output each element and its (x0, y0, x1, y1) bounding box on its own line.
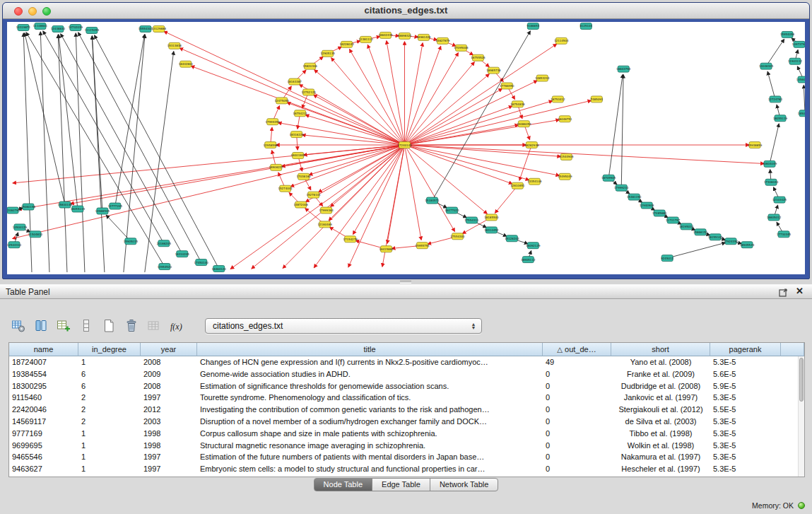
graph-node[interactable]: 16477023 (445, 207, 459, 214)
graph-node[interactable]: 7485093 (590, 96, 603, 103)
graph-node[interactable]: 12954520 (158, 264, 172, 270)
column-header-title[interactable]: title (197, 343, 543, 356)
graph-node[interactable]: 18945529 (740, 242, 755, 248)
table-cell[interactable]: 22420046 (9, 404, 78, 416)
table-cell[interactable]: 6 (78, 368, 141, 380)
graph-node[interactable]: 15313838 (167, 42, 182, 49)
table-cell[interactable]: 5.3E-5 (710, 451, 781, 463)
table-cell[interactable]: 9699695 (9, 440, 78, 452)
table-cell[interactable]: 0 (543, 428, 611, 440)
float-window-icon[interactable] (779, 288, 788, 297)
table-cell[interactable]: 1 (78, 440, 141, 452)
graph-node[interactable]: 15461190 (627, 194, 642, 200)
graph-node[interactable]: 10973791 (792, 41, 805, 47)
table-cell[interactable]: 1998 (141, 440, 197, 452)
table-cell[interactable]: Stergiakouli et al. (2012) (611, 404, 710, 416)
table-row[interactable]: 946554611997Estimation of the future num… (9, 451, 804, 463)
graph-node[interactable]: 12544310 (7, 242, 22, 248)
graph-node[interactable]: 13129886 (152, 25, 167, 32)
graph-node[interactable]: 16754838 (510, 101, 525, 107)
graph-node[interactable]: 11108601 (33, 23, 48, 29)
table-cell[interactable]: 1 (78, 451, 141, 463)
graph-node[interactable]: 12475055 (275, 98, 290, 104)
table-cell[interactable]: 5.3E-5 (710, 440, 781, 452)
table-cell[interactable]: 14569117 (9, 416, 78, 428)
graph-node[interactable]: 11544906 (559, 153, 574, 160)
graph-node[interactable]: 17036160 (297, 173, 312, 180)
graph-node[interactable]: 12958598 (264, 142, 278, 148)
graph-node[interactable]: 12160469 (317, 221, 332, 228)
column-header-name[interactable]: name (9, 343, 78, 356)
table-cell[interactable]: Hescheler et al. (1997) (611, 463, 710, 475)
graph-node[interactable]: 14560305 (796, 76, 805, 83)
table-cell[interactable]: 1 (78, 463, 141, 475)
minimize-window-button[interactable] (28, 7, 37, 16)
delete-table-icon[interactable] (123, 318, 140, 334)
table-cell[interactable]: Wolkin et al. (1998) (611, 440, 710, 452)
table-cell[interactable]: Tourette syndrome. Phenomenology and cla… (197, 392, 543, 404)
table-cell[interactable]: 5.3E-5 (710, 356, 781, 368)
graph-node[interactable]: 18753412 (551, 96, 565, 103)
graph-node[interactable]: 12610651 (510, 182, 525, 189)
graph-node[interactable]: 16464120 (212, 266, 227, 272)
graph-node[interactable]: 16415884 (379, 246, 394, 252)
table-cell[interactable]: Estimation of the future numbers of pati… (197, 451, 543, 463)
table-cell[interactable]: Tibbo et al. (1998) (611, 428, 710, 440)
graph-node[interactable]: 14872006 (294, 201, 309, 208)
graph-node[interactable]: 16642435 (378, 32, 393, 38)
new-table-icon[interactable] (100, 318, 117, 334)
graph-node[interactable]: 15820306 (302, 63, 317, 69)
graph-node[interactable]: 15554301 (139, 25, 153, 32)
column-header-year[interactable]: year (141, 343, 197, 356)
table-cell[interactable]: 0 (543, 463, 611, 475)
graph-node[interactable]: 18316229 (290, 132, 305, 138)
table-cell[interactable]: 2 (78, 404, 141, 416)
table-cell[interactable]: 5.3E-5 (710, 428, 781, 440)
table-cell[interactable]: 0 (543, 368, 611, 380)
table-scrollbar-thumb[interactable] (799, 358, 804, 402)
table-cell[interactable]: 5.3E-5 (710, 392, 781, 404)
graph-node[interactable]: 17999210 (614, 185, 629, 191)
table-cell[interactable]: 0 (543, 380, 611, 392)
graph-node[interactable]: 15905015 (124, 238, 139, 245)
graph-node[interactable]: 10319871 (16, 24, 31, 30)
graph-node[interactable]: 18985738 (486, 67, 501, 74)
graph-node[interactable]: 11125059 (85, 27, 100, 33)
table-row[interactable]: 946362711997Embryonic stem cells: a mode… (9, 463, 804, 475)
network-canvas[interactable]: 1724014316262936126106511818550017554300… (7, 22, 805, 274)
graph-node[interactable]: 15495049 (558, 173, 572, 180)
graph-node[interactable]: 17999364 (319, 207, 334, 214)
graph-node[interactable]: 14988505 (95, 208, 110, 214)
graph-node[interactable]: 16605012 (767, 214, 782, 221)
table-scrollbar[interactable] (798, 356, 804, 477)
table-cell[interactable]: Changes of HCN gene expression and I(f) … (197, 356, 543, 368)
import-table-icon[interactable] (146, 318, 163, 334)
tab-node-table[interactable]: Node Table (314, 478, 372, 491)
table-cell[interactable]: 2003 (141, 416, 197, 428)
column-header-short[interactable]: short (611, 343, 710, 356)
table-cell[interactable]: 0 (543, 416, 611, 428)
graph-node[interactable]: 9245012 (661, 255, 673, 262)
graph-node[interactable]: 14853244 (535, 75, 550, 81)
close-panel-icon[interactable]: ✕ (796, 286, 804, 296)
graph-node[interactable]: 16262936 (524, 142, 539, 148)
graph-node[interactable]: 18698321 (397, 33, 412, 39)
table-row[interactable]: 911546021997Tourette syndrome. Phenomeno… (9, 392, 804, 404)
table-cell[interactable]: 5.3E-5 (710, 463, 781, 475)
graph-node[interactable]: 16001841 (291, 152, 306, 158)
create-column-icon[interactable] (55, 318, 72, 334)
table-cell[interactable]: 0 (543, 440, 611, 452)
table-row[interactable]: 969969511998Structural magnetic resonanc… (9, 440, 804, 452)
graph-node[interactable]: 15276101 (306, 192, 321, 198)
graph-node[interactable]: 11381110 (358, 36, 373, 42)
table-cell[interactable]: 9465546 (9, 451, 78, 463)
graph-node[interactable]: 11731797 (666, 217, 681, 223)
graph-node[interactable]: 16310205 (175, 251, 190, 257)
table-cell[interactable]: de Silva et al. (2003) (611, 416, 710, 428)
show-columns-icon[interactable] (33, 318, 49, 334)
graph-node[interactable]: 12060794 (7, 207, 20, 214)
table-cell[interactable]: Nakamura et al. (1997) (611, 451, 710, 463)
table-cell[interactable]: Yano et al. (2008) (611, 356, 710, 368)
table-cell[interactable]: 0 (543, 451, 611, 463)
graph-node[interactable]: 14046305 (759, 63, 774, 69)
